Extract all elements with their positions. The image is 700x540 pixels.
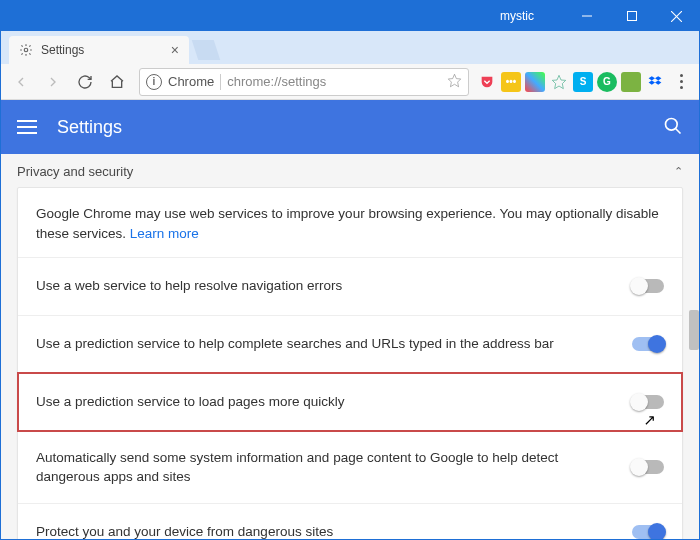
menu-icon[interactable]	[17, 120, 37, 134]
reload-button[interactable]	[71, 68, 99, 96]
setting-toggle[interactable]	[632, 460, 664, 474]
new-tab-button[interactable]	[192, 40, 220, 60]
extension-grammarly-icon[interactable]: G	[597, 72, 617, 92]
tab-strip: Settings ×	[1, 31, 699, 64]
setting-row: Use a prediction service to load pages m…	[18, 373, 682, 431]
settings-content[interactable]: Privacy and security ⌃ Google Chrome may…	[1, 154, 699, 539]
learn-more-link[interactable]: Learn more	[130, 226, 199, 241]
setting-row: Use a prediction service to help complet…	[18, 315, 682, 373]
back-button[interactable]	[7, 68, 35, 96]
maximize-button[interactable]	[609, 1, 654, 31]
extension-pocket-icon[interactable]	[477, 72, 497, 92]
settings-appbar: Settings	[1, 100, 699, 154]
extensions-tray: ••• S G	[477, 72, 665, 92]
svg-rect-1	[627, 12, 636, 21]
browser-toolbar: i Chrome chrome://settings ••• S G	[1, 64, 699, 100]
chevron-up-icon: ⌃	[674, 165, 683, 178]
home-button[interactable]	[103, 68, 131, 96]
svg-marker-6	[552, 75, 565, 88]
svg-line-8	[676, 128, 681, 133]
page-title: Settings	[57, 117, 663, 138]
setting-toggle[interactable]	[632, 525, 664, 539]
bookmark-star-icon[interactable]	[447, 73, 462, 91]
minimize-button[interactable]	[564, 1, 609, 31]
settings-favicon	[19, 43, 33, 57]
site-info-icon[interactable]: i	[146, 74, 162, 90]
setting-label: Protect you and your device from dangero…	[36, 522, 632, 539]
setting-toggle[interactable]	[632, 337, 664, 351]
window-user: mystic	[500, 9, 534, 23]
cursor-icon: ↖	[643, 411, 656, 429]
search-icon[interactable]	[663, 116, 683, 139]
privacy-intro: Google Chrome may use web services to im…	[18, 188, 682, 257]
url-text: chrome://settings	[227, 74, 441, 89]
url-scheme: Chrome	[168, 74, 214, 89]
svg-point-4	[24, 48, 28, 52]
setting-row: Protect you and your device from dangero…	[18, 503, 682, 539]
privacy-card: Google Chrome may use web services to im…	[17, 187, 683, 539]
svg-marker-5	[448, 74, 461, 87]
tab-close-icon[interactable]: ×	[171, 43, 179, 57]
setting-row: Automatically send some system informati…	[18, 431, 682, 503]
setting-row: Use a web service to help resolve naviga…	[18, 257, 682, 315]
setting-label: Automatically send some system informati…	[36, 448, 632, 487]
setting-label: Use a prediction service to load pages m…	[36, 392, 632, 412]
setting-toggle[interactable]	[632, 395, 664, 409]
extension-yellow-icon[interactable]: •••	[501, 72, 521, 92]
address-bar[interactable]: i Chrome chrome://settings	[139, 68, 469, 96]
setting-label: Use a web service to help resolve naviga…	[36, 276, 632, 296]
chrome-menu-button[interactable]	[669, 74, 693, 89]
tab-settings[interactable]: Settings ×	[9, 36, 189, 64]
extension-skype-icon[interactable]: S	[573, 72, 593, 92]
scrollbar-thumb[interactable]	[689, 310, 699, 350]
setting-toggle[interactable]	[632, 279, 664, 293]
extension-puzzle-icon[interactable]	[621, 72, 641, 92]
forward-button[interactable]	[39, 68, 67, 96]
section-header-privacy[interactable]: Privacy and security ⌃	[1, 154, 699, 187]
extension-dropbox-icon[interactable]	[645, 72, 665, 92]
svg-point-7	[666, 118, 678, 130]
tab-title: Settings	[41, 43, 84, 57]
titlebar: mystic	[1, 1, 699, 31]
url-divider	[220, 74, 221, 90]
extension-color-icon[interactable]	[525, 72, 545, 92]
close-button[interactable]	[654, 1, 699, 31]
extension-star-icon[interactable]	[549, 72, 569, 92]
setting-label: Use a prediction service to help complet…	[36, 334, 632, 354]
